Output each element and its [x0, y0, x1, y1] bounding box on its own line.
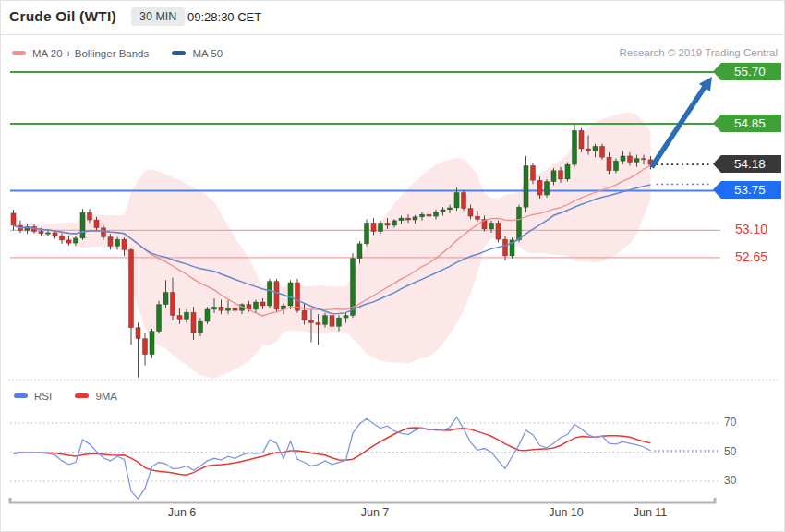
instrument-title: Crude Oil (WTI) — [9, 8, 116, 25]
resistance-price-tag: 54.85 — [713, 115, 781, 132]
trading-central-chart-app: Crude Oil (WTI) 30 MIN 09:28:30 CET MA 2… — [0, 0, 785, 532]
main-chart-legend: MA 20 + Bollinger Bands MA 50 — [12, 48, 223, 59]
research-credit: Research © 2019 Trading Central — [620, 47, 778, 58]
pivot-price-tag: 53.75 — [713, 181, 781, 199]
rsi-axis-label-50: 50 — [724, 445, 736, 458]
rsi-axis-label-70: 70 — [724, 416, 736, 429]
ma20-bollinger-swatch-icon — [12, 51, 26, 55]
x-axis-label-jun7: Jun 7 — [361, 506, 390, 519]
ma50-swatch-icon — [172, 51, 186, 55]
bullish-arrow — [652, 77, 713, 167]
header-bar: Crude Oil (WTI) 30 MIN 09:28:30 CET — [1, 1, 784, 35]
rsi-ma9-swatch-icon — [75, 393, 89, 398]
x-axis-bar — [10, 498, 715, 502]
ma20-bollinger-label: MA 20 + Bollinger Bands — [32, 48, 149, 59]
rsi-panel — [10, 417, 718, 499]
x-axis-label-jun6: Jun 6 — [168, 506, 197, 519]
price-chart-canvas — [1, 1, 785, 532]
dotted-projection-lines — [657, 164, 710, 184]
rsi-ma9-label: 9MA — [95, 391, 117, 402]
support-price-label: 53.10 — [735, 222, 767, 236]
rsi-label: RSI — [34, 391, 52, 402]
rsi-axis-label-30: 30 — [724, 474, 736, 487]
ma50-label: MA 50 — [192, 48, 223, 59]
last-price-tag: 54.18 — [713, 155, 781, 173]
support-low-price-label: 52.65 — [735, 249, 767, 264]
timeframe-badge: 30 MIN — [131, 7, 185, 26]
x-axis-label-jun10: Jun 10 — [549, 506, 584, 519]
x-axis-label-jun11: Jun 11 — [634, 506, 668, 519]
rsi-legend: RSI 9MA — [14, 391, 117, 402]
quote-time: 09:28:30 CET — [187, 10, 261, 24]
resistance-high-price-tag: 55.70 — [713, 63, 781, 80]
rsi-swatch-icon — [14, 393, 28, 398]
